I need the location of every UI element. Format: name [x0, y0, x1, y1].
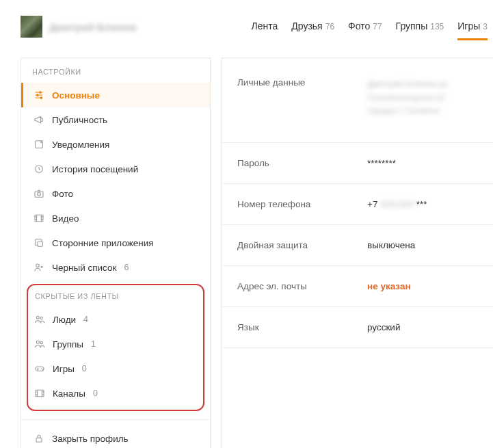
sidebar-item[interactable]: Уведомления: [21, 132, 210, 157]
sidebar-item-label: Группы: [53, 339, 83, 350]
row-key: Номер телефона: [237, 199, 367, 209]
svg-point-4: [40, 141, 42, 143]
row-value: выключена: [367, 240, 415, 250]
svg-point-13: [40, 317, 42, 319]
sidebar-item-label: Каналы: [53, 388, 85, 399]
row-key: Язык: [237, 322, 367, 332]
svg-point-12: [36, 316, 39, 319]
lock-icon: [33, 432, 45, 445]
nav-item-2[interactable]: Фото77: [348, 12, 382, 38]
sidebar-item[interactable]: Игры0: [28, 356, 203, 381]
close-profile-item[interactable]: Закрыть профиль: [21, 420, 210, 448]
settings-row[interactable]: Пароль********: [222, 143, 493, 184]
sidebar-item-count: 0: [82, 364, 87, 373]
row-value: не указан: [367, 281, 411, 291]
svg-point-2: [40, 97, 42, 99]
sidebar-item[interactable]: Публичность: [21, 107, 210, 132]
row-value: ********: [367, 158, 396, 168]
close-profile-label: Закрыть профиль: [52, 434, 129, 444]
svg-rect-8: [35, 215, 43, 221]
top-nav: ЛентаДрузья76Фото77Группы135Игры3: [252, 12, 493, 41]
nav-item-4[interactable]: Игры3: [457, 12, 488, 40]
sidebar-item-label: Видео: [52, 213, 79, 224]
svg-point-0: [40, 92, 42, 94]
row-value: Дмитрий Блинов изСолнечногорска (Сгорода…: [367, 77, 448, 118]
settings-row[interactable]: Двойная защитавыключена: [222, 225, 493, 266]
sliders-icon: [33, 89, 45, 101]
nav-item-0[interactable]: Лента: [252, 12, 278, 38]
sidebar-item-label: Игры: [53, 364, 75, 374]
sidebar-item[interactable]: Фото: [21, 181, 210, 206]
sidebar-item-label: Черный список: [52, 263, 116, 273]
film-icon: [33, 212, 45, 224]
bell-box-icon: [33, 138, 45, 150]
svg-rect-19: [36, 390, 44, 396]
svg-point-18: [42, 369, 42, 370]
sidebar-item-label: Фото: [52, 189, 73, 199]
sidebar-item[interactable]: Группы1: [28, 332, 203, 356]
row-value: русский: [367, 322, 400, 332]
row-key: Адрес эл. почты: [237, 281, 367, 291]
sidebar: НАСТРОЙКИ ОсновныеПубличностьУведомления…: [21, 57, 211, 448]
svg-rect-16: [36, 367, 44, 371]
sidebar-item-count: 1: [91, 339, 96, 349]
sidebar-item-count: 6: [124, 263, 129, 272]
value-obscured: Дмитрий Блинов изСолнечногорска (Сгорода…: [367, 77, 448, 118]
sidebar-item[interactable]: Каналы0: [28, 381, 203, 406]
avatar[interactable]: [21, 16, 42, 38]
sidebar-item[interactable]: Черный список6: [21, 255, 210, 280]
svg-rect-10: [38, 241, 42, 246]
content-panel: Личные данныеДмитрий Блинов изСолнечного…: [222, 57, 493, 448]
film-icon: [34, 387, 46, 399]
header: Дмитрий Блинов ЛентаДрузья76Фото77Группы…: [21, 12, 493, 41]
sidebar-item-label: Основные: [52, 90, 100, 101]
row-key: Личные данные: [237, 77, 367, 88]
apps-icon: [33, 237, 45, 249]
sidebar-item[interactable]: Основные: [21, 83, 210, 107]
nav-item-1[interactable]: Друзья76: [291, 12, 334, 38]
camera-icon: [33, 187, 45, 200]
settings-row[interactable]: Адрес эл. почтыне указан: [222, 266, 493, 307]
users-icon: [34, 313, 46, 326]
sidebar-item[interactable]: Люди4: [28, 307, 203, 332]
sidebar-item-label: Люди: [53, 315, 76, 325]
settings-row[interactable]: Личные данныеДмитрий Блинов изСолнечного…: [222, 58, 493, 143]
sidebar-title-hidden: СКРЫТЫЕ ИЗ ЛЕНТЫ: [28, 288, 203, 307]
svg-point-7: [38, 192, 41, 196]
row-value: +7 9261897***: [367, 199, 427, 209]
sidebar-item[interactable]: Сторонние приложения: [21, 230, 210, 255]
sidebar-title-settings: НАСТРОЙКИ: [21, 58, 210, 83]
sidebar-item[interactable]: Видео: [21, 206, 210, 230]
history-icon: [33, 163, 45, 175]
username[interactable]: Дмитрий Блинов: [49, 21, 136, 33]
sidebar-item-count: 4: [83, 315, 88, 324]
row-key: Пароль: [237, 158, 367, 168]
svg-point-14: [36, 341, 39, 343]
megaphone-icon: [33, 114, 45, 126]
sidebar-item-label: Сторонние приложения: [52, 238, 154, 248]
svg-rect-20: [36, 438, 42, 442]
gamepad-icon: [34, 363, 46, 375]
svg-point-17: [41, 368, 42, 369]
settings-row[interactable]: Языкрусский: [222, 307, 493, 348]
sidebar-item-label: История посещений: [52, 164, 138, 174]
user-x-icon: [33, 261, 45, 274]
sidebar-item[interactable]: История посещений: [21, 157, 210, 181]
svg-point-11: [36, 264, 40, 267]
settings-row[interactable]: Номер телефона+7 9261897***: [222, 184, 493, 225]
sidebar-item-label: Уведомления: [52, 140, 109, 150]
row-key: Двойная защита: [237, 240, 367, 250]
nav-item-3[interactable]: Группы135: [396, 12, 444, 38]
svg-point-1: [37, 94, 39, 96]
sidebar-item-count: 0: [93, 388, 98, 398]
hidden-from-feed-box: СКРЫТЫЕ ИЗ ЛЕНТЫ Люди4Группы1Игры0Каналы…: [27, 284, 204, 411]
users-icon: [34, 338, 46, 350]
svg-point-15: [40, 341, 42, 343]
sidebar-item-label: Публичность: [52, 115, 107, 125]
